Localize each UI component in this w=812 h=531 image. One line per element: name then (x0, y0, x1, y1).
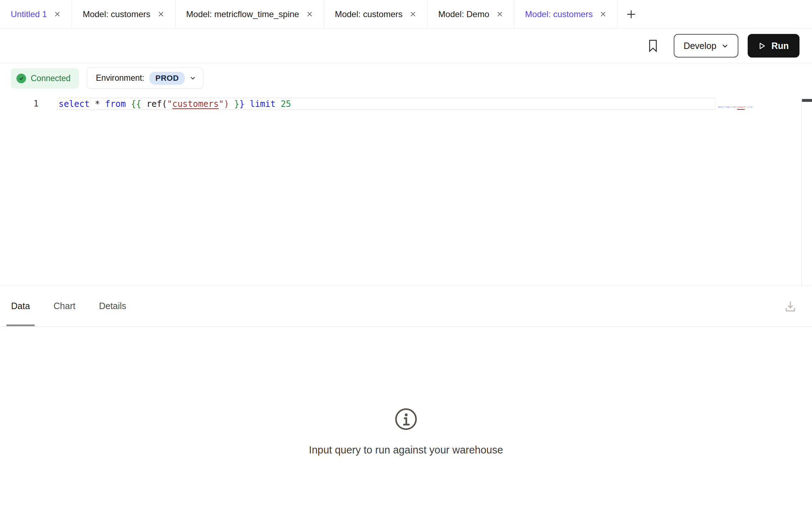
status-row: Connected Environment: PROD (0, 63, 812, 89)
editor-right-divider (801, 98, 802, 286)
results-tab-data[interactable]: Data (11, 286, 30, 326)
play-icon (758, 42, 766, 50)
code-token (229, 99, 234, 109)
code-token: } (234, 99, 239, 109)
code-token: 25 (281, 99, 291, 109)
sql-editor[interactable]: 1 select * from {{ ref("customers") }} l… (0, 98, 812, 286)
results-tabs: DataChartDetails (11, 286, 150, 326)
editor-tabs: Untitled 1Model: customersModel: metricf… (0, 0, 618, 28)
editor-minimap[interactable]: select * from {{ ref("customers") }} lim… (718, 105, 752, 110)
code-token: ) (224, 99, 229, 109)
toolbar: Develop Run (0, 29, 812, 63)
tab-label: Untitled 1 (11, 9, 47, 19)
environment-value-badge: PROD (149, 72, 185, 85)
results-empty-state: Input query to run against your warehous… (0, 327, 812, 531)
tab-label: Model: customers (335, 9, 402, 19)
chevron-down-icon (190, 75, 196, 81)
active-tab-underline (6, 324, 35, 326)
editor-tab[interactable]: Model: customers (72, 0, 175, 28)
code-token: customers (737, 106, 745, 108)
ide-window: Untitled 1Model: customersModel: metricf… (0, 0, 812, 531)
code-token (90, 99, 95, 109)
environment-label: Environment: (96, 73, 144, 83)
download-button[interactable] (784, 299, 797, 313)
editor-tab[interactable]: Untitled 1 (0, 0, 72, 28)
develop-button-label: Develop (684, 41, 717, 51)
editor-tab[interactable]: Model: customers (514, 0, 618, 28)
code-token: {{ (730, 106, 732, 108)
results-tab-label: Data (11, 301, 30, 311)
code-token (141, 99, 146, 109)
results-tab-details[interactable]: Details (99, 286, 126, 326)
run-button-label: Run (771, 41, 789, 51)
info-icon (394, 407, 418, 431)
code-token: * (95, 99, 100, 109)
editor-tab[interactable]: Model: Demo (427, 0, 514, 28)
code-token: ref (147, 99, 162, 109)
code-token: limit (750, 106, 752, 108)
results-tab-chart[interactable]: Chart (54, 286, 75, 326)
code-token (100, 99, 105, 109)
chevron-down-icon (722, 43, 728, 49)
bookmark-button[interactable] (646, 38, 660, 54)
download-icon (784, 299, 797, 313)
code-token: } (239, 99, 244, 109)
code-token (276, 99, 281, 109)
tab-close-icon[interactable] (496, 10, 504, 18)
code-token: select (59, 99, 90, 109)
results-panel-tabs: DataChartDetails (0, 286, 812, 327)
tab-close-icon[interactable] (157, 10, 165, 18)
tab-label: Model: metricflow_time_spine (186, 9, 299, 19)
connected-status-label: Connected (31, 74, 70, 83)
editor-tab[interactable]: Model: metricflow_time_spine (175, 0, 324, 28)
tab-close-icon[interactable] (599, 10, 607, 18)
tab-close-icon[interactable] (306, 10, 314, 18)
environment-selector[interactable]: Environment: PROD (87, 68, 203, 89)
code-token (244, 99, 249, 109)
code-token: " (219, 99, 224, 109)
editor-tab[interactable]: Model: customers (324, 0, 427, 28)
tab-close-icon[interactable] (409, 10, 417, 18)
editor-scrollbar-thumb[interactable] (802, 99, 812, 102)
check-icon (16, 74, 26, 83)
tab-label: Model: customers (525, 9, 593, 19)
tab-label: Model: Demo (438, 9, 489, 19)
tab-bar: Untitled 1Model: customersModel: metricf… (0, 0, 812, 29)
connected-status-badge: Connected (11, 68, 79, 89)
tab-close-icon[interactable] (53, 10, 61, 18)
run-button[interactable]: Run (748, 34, 799, 58)
code-token: {{ (131, 99, 141, 109)
code-token: select (718, 106, 723, 108)
editor-line-number: 1 (0, 98, 57, 110)
tab-label: Model: customers (83, 9, 150, 19)
code-token: ( (162, 99, 167, 109)
code-token: from (105, 99, 126, 109)
plus-icon (625, 9, 637, 20)
code-line[interactable]: select * from {{ ref("customers") }} lim… (57, 98, 715, 110)
code-token: customers (172, 99, 219, 109)
code-line-row: 1 select * from {{ ref("customers") }} l… (0, 98, 812, 110)
code-token: " (167, 99, 172, 109)
bookmark-icon (647, 39, 659, 53)
results-tab-label: Details (99, 301, 126, 311)
empty-state-message: Input query to run against your warehous… (309, 444, 503, 456)
code-token: from (726, 106, 729, 108)
code-token: limit (250, 99, 276, 109)
code-token (126, 99, 131, 109)
new-tab-button[interactable] (618, 0, 645, 28)
develop-button[interactable]: Develop (674, 34, 739, 58)
results-tab-label: Chart (54, 301, 75, 311)
